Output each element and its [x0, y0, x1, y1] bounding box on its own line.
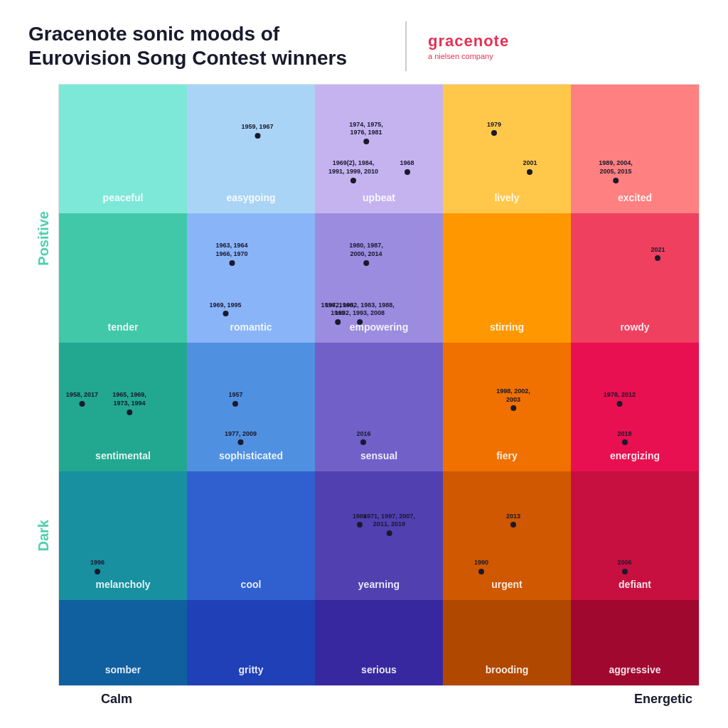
years-text: 2013 [506, 513, 520, 521]
dot-sentimental-1: 1965, 1969, 1973, 1994 [112, 391, 146, 414]
dot-yearning-1: 1971, 1997, 2007, 2011, 2019 [363, 513, 415, 536]
dot-upbeat-0: 1974, 1975, 1976, 1981 [349, 121, 383, 144]
cell-label-rowdy: rowdy [571, 321, 699, 333]
cell-fiery: 1998, 2002, 2003fiery [443, 343, 571, 471]
dot-marker [238, 439, 244, 445]
dot-romantic-0: 1963, 1964 1966, 1970 [215, 242, 247, 265]
cell-sophisticated: 19571977, 2009sophisticated [187, 343, 315, 471]
cell-excited: 1989, 2004, 2005, 2015excited [571, 85, 699, 213]
chart-wrapper: Positive Dark peaceful1959, 1967easygoin… [28, 84, 700, 707]
cell-sentimental: 1958, 20171965, 1969, 1973, 1994sentimen… [59, 343, 187, 471]
dot-marker [491, 130, 497, 136]
cell-defiant: 2006defiant [571, 471, 699, 600]
dot-marker [360, 439, 366, 445]
cell-urgent: 20131990urgent [443, 471, 571, 600]
dot-rowdy-0: 2021 [651, 246, 665, 262]
cell-energizing: 1978, 20122018energizing [571, 343, 699, 471]
years-text: 2001 [523, 159, 537, 168]
logo-text: gracenote [428, 32, 509, 50]
years-text: 1958, 2017 [66, 391, 98, 400]
dot-empowering-2: 1956, 1960, 1962 [321, 301, 355, 325]
dot-marker [127, 410, 132, 415]
cell-easygoing: 1959, 1967easygoing [187, 85, 315, 213]
dot-marker [527, 169, 532, 175]
dot-marker [616, 401, 622, 407]
dot-marker [357, 319, 363, 325]
header-divider [405, 21, 407, 71]
years-text: 1977, 2009 [225, 430, 257, 439]
dot-marker [510, 522, 516, 528]
dot-marker [655, 255, 660, 261]
dot-marker [229, 260, 235, 266]
page-title: Gracenote sonic moods of Eurovision Song… [28, 22, 384, 70]
dot-excited-0: 1989, 2004, 2005, 2015 [599, 159, 633, 183]
cell-romantic: 1963, 1964 1966, 19701969, 1995romantic [187, 213, 315, 342]
cell-label-peaceful: peaceful [59, 192, 187, 203]
dot-marker [350, 178, 356, 183]
dot-upbeat-2: 1968 [400, 159, 414, 175]
cell-peaceful: peaceful [59, 85, 187, 213]
cell-label-sensual: sensual [315, 450, 443, 461]
years-text: 1963, 1964 1966, 1970 [215, 242, 247, 258]
y-label-dark: Dark [36, 520, 52, 551]
years-text: 1996 [90, 559, 105, 567]
dot-lively-1: 2001 [523, 159, 537, 175]
dot-melancholy-0: 1996 [90, 559, 105, 574]
x-label-energetic: Energetic [634, 692, 700, 707]
dot-empowering-0: 1980, 1987, 2000, 2014 [349, 242, 383, 265]
years-text: 1980, 1987, 2000, 2014 [349, 242, 383, 258]
logo-area: gracenote a nielsen company [428, 32, 509, 60]
dot-urgent-0: 2013 [506, 513, 520, 528]
dot-sentimental-0: 1958, 2017 [66, 391, 98, 407]
dot-marker [622, 439, 628, 445]
dot-marker [405, 169, 410, 175]
cell-stirring: stirring [443, 213, 571, 342]
years-text: 1989, 2004, 2005, 2015 [599, 159, 633, 176]
years-text: 1968 [400, 159, 414, 168]
years-text: 1957 [228, 391, 242, 400]
cell-label-sophisticated: sophisticated [187, 450, 315, 461]
dot-marker [386, 530, 392, 536]
years-text: 1959, 1967 [241, 123, 273, 132]
cell-gritty: gritty [187, 600, 315, 685]
x-label-calm: Calm [58, 692, 132, 707]
dot-sophisticated-0: 1957 [228, 391, 242, 407]
cell-cool: cool [187, 471, 315, 600]
cell-label-energizing: energizing [571, 450, 699, 461]
cell-label-somber: somber [59, 664, 187, 675]
dot-marker [79, 401, 85, 407]
dot-sensual-0: 2016 [356, 430, 370, 446]
header: Gracenote sonic moods of Eurovision Song… [28, 21, 700, 71]
cell-label-lively: lively [443, 192, 571, 203]
dot-defiant-0: 2006 [618, 559, 632, 574]
years-text: 1956, 1960, 1962 [321, 301, 355, 318]
years-text: 1974, 1975, 1976, 1981 [349, 121, 383, 137]
dot-marker [613, 178, 619, 183]
years-text: 1969, 1995 [209, 301, 241, 310]
dot-marker [478, 569, 484, 574]
dot-energizing-1: 2018 [618, 430, 632, 446]
years-text: 1990 [474, 559, 488, 567]
dot-sophisticated-1: 1977, 2009 [225, 430, 257, 446]
cell-label-defiant: defiant [571, 579, 699, 590]
years-text: 1998, 2002, 2003 [496, 387, 530, 404]
cell-label-excited: excited [571, 192, 699, 203]
cell-somber: somber [59, 600, 187, 685]
cell-lively: 19792001lively [443, 85, 571, 213]
cell-empowering: 1980, 1987, 2000, 20141972, 1982, 1983, … [315, 213, 443, 342]
y-axis-labels: Positive Dark [28, 84, 58, 707]
dot-marker [95, 569, 100, 574]
years-text: 1979 [487, 121, 501, 129]
cell-label-tender: tender [59, 321, 187, 333]
cell-label-melancholy: melancholy [59, 579, 187, 590]
y-label-positive: Positive [36, 211, 52, 266]
cell-yearning: 19861971, 1997, 2007, 2011, 2019yearning [315, 471, 443, 600]
years-text: 2021 [651, 246, 665, 255]
years-text: 1969(2), 1984, 1991, 1999, 2010 [328, 159, 378, 176]
cell-label-easygoing: easygoing [187, 192, 315, 203]
years-text: 1971, 1997, 2007, 2011, 2019 [363, 513, 415, 529]
years-text: 2016 [356, 430, 370, 439]
cell-label-gritty: gritty [187, 664, 315, 675]
cell-label-urgent: urgent [443, 579, 571, 590]
dot-easygoing-0: 1959, 1967 [241, 123, 273, 139]
